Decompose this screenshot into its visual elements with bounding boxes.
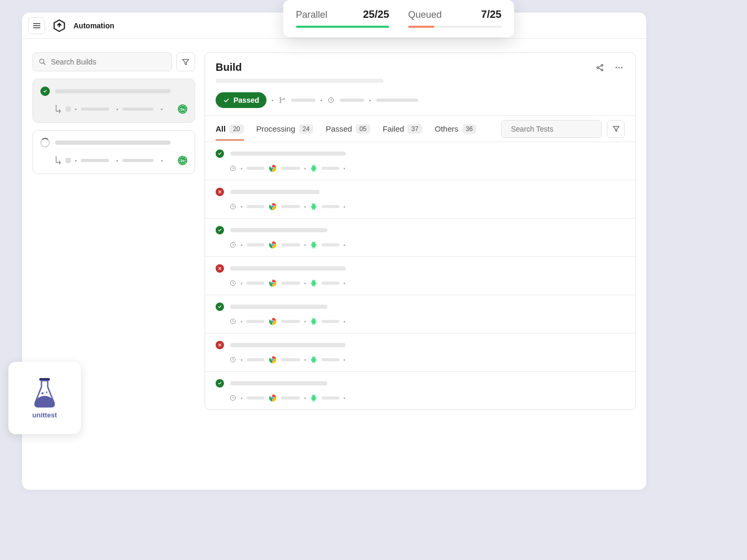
tab-all[interactable]: All20 bbox=[216, 118, 244, 140]
status-fail-icon bbox=[216, 341, 224, 349]
build-meta: Passed bbox=[216, 92, 625, 108]
tab-label: Others bbox=[435, 124, 458, 133]
test-row[interactable] bbox=[205, 372, 635, 410]
chrome-icon bbox=[269, 164, 277, 173]
svg-rect-92 bbox=[313, 362, 313, 363]
svg-rect-93 bbox=[314, 362, 315, 363]
clock-icon bbox=[229, 165, 237, 172]
dots-icon bbox=[614, 63, 624, 72]
search-tests-input[interactable] bbox=[501, 120, 602, 138]
svg-point-61 bbox=[314, 281, 315, 282]
svg-rect-64 bbox=[311, 282, 312, 284]
test-row[interactable] bbox=[205, 257, 635, 295]
svg-point-74 bbox=[314, 319, 315, 320]
svg-rect-28 bbox=[314, 171, 315, 172]
check-icon bbox=[223, 97, 230, 104]
svg-line-76 bbox=[315, 318, 315, 319]
svg-rect-40 bbox=[313, 209, 313, 210]
sidebar: SeSe bbox=[33, 52, 195, 410]
tab-others[interactable]: Others36 bbox=[435, 118, 476, 140]
selenium-icon: Se bbox=[178, 156, 187, 165]
svg-point-99 bbox=[313, 396, 313, 396]
test-row[interactable] bbox=[205, 219, 635, 257]
main-panel: Build bbox=[205, 52, 636, 410]
branch-icon bbox=[279, 96, 286, 104]
queue-panel: Parallel 25/25 Queued 7/25 bbox=[283, 0, 514, 37]
svg-line-102 bbox=[315, 395, 315, 396]
tree-icon bbox=[55, 105, 61, 113]
tab-failed[interactable]: Failed37 bbox=[383, 118, 422, 140]
svg-rect-90 bbox=[311, 359, 312, 361]
status-pass-icon bbox=[40, 87, 50, 96]
svg-rect-106 bbox=[314, 401, 315, 402]
filter-tests-button[interactable] bbox=[607, 120, 625, 138]
status-pass-icon bbox=[216, 149, 224, 158]
status-pass-icon bbox=[216, 226, 224, 234]
tab-label: Processing bbox=[257, 124, 295, 133]
tab-label: All bbox=[216, 124, 226, 133]
svg-point-12 bbox=[283, 99, 284, 100]
share-icon bbox=[595, 63, 605, 72]
svg-line-5 bbox=[599, 66, 601, 67]
svg-line-50 bbox=[315, 242, 315, 243]
svg-point-4 bbox=[601, 69, 603, 70]
queue-parallel-label: Parallel bbox=[296, 9, 327, 20]
filter-icon bbox=[612, 125, 620, 133]
status-pass-icon bbox=[216, 303, 224, 311]
test-row[interactable] bbox=[205, 142, 635, 180]
android-icon bbox=[310, 202, 317, 211]
tab-processing[interactable]: Processing24 bbox=[257, 118, 314, 140]
android-icon bbox=[310, 279, 317, 287]
svg-line-6 bbox=[599, 68, 601, 69]
filter-builds-button[interactable] bbox=[176, 52, 195, 71]
test-row[interactable] bbox=[205, 333, 635, 372]
svg-rect-41 bbox=[314, 209, 315, 210]
build-card[interactable]: Se bbox=[33, 79, 195, 123]
queue-queued-value: 7/25 bbox=[481, 8, 501, 20]
svg-line-23 bbox=[312, 165, 313, 166]
svg-line-62 bbox=[312, 280, 313, 281]
tree-icon bbox=[55, 156, 61, 165]
svg-point-86 bbox=[313, 358, 313, 358]
svg-rect-66 bbox=[313, 286, 313, 287]
svg-point-10 bbox=[280, 98, 281, 99]
test-row[interactable] bbox=[205, 180, 635, 219]
build-card[interactable]: Se bbox=[33, 130, 195, 174]
queue-parallel: Parallel 25/25 bbox=[296, 8, 389, 28]
share-button[interactable] bbox=[594, 62, 606, 73]
tab-bar: All20Processing24Passed05Failed37Others3… bbox=[205, 116, 635, 142]
flask-icon bbox=[33, 378, 56, 408]
svg-line-1 bbox=[44, 63, 45, 64]
hamburger-icon bbox=[33, 23, 40, 28]
svg-rect-104 bbox=[316, 397, 316, 399]
svg-rect-105 bbox=[313, 401, 313, 402]
tab-count: 20 bbox=[229, 124, 243, 134]
chrome-icon bbox=[269, 279, 277, 287]
tab-count: 37 bbox=[408, 124, 422, 134]
svg-rect-103 bbox=[311, 397, 312, 399]
svg-rect-53 bbox=[313, 247, 313, 249]
queue-parallel-value: 25/25 bbox=[363, 8, 389, 20]
search-builds-input[interactable] bbox=[33, 52, 172, 71]
svg-point-11 bbox=[280, 102, 281, 103]
tab-label: Failed bbox=[383, 124, 404, 133]
android-icon bbox=[310, 241, 317, 249]
svg-line-75 bbox=[312, 318, 313, 319]
tab-count: 05 bbox=[356, 124, 370, 134]
more-button[interactable] bbox=[613, 62, 625, 73]
svg-rect-80 bbox=[314, 324, 315, 325]
svg-point-7 bbox=[616, 67, 617, 68]
svg-point-2 bbox=[597, 67, 599, 68]
queue-queued: Queued 7/25 bbox=[408, 8, 501, 28]
svg-point-9 bbox=[621, 67, 622, 68]
menu-button[interactable] bbox=[28, 17, 45, 34]
unittest-label: unittest bbox=[33, 411, 57, 419]
android-icon bbox=[310, 164, 317, 173]
svg-rect-54 bbox=[314, 247, 315, 249]
tab-count: 36 bbox=[462, 124, 476, 134]
chrome-icon bbox=[269, 317, 277, 326]
test-row[interactable] bbox=[205, 295, 635, 333]
status-pill: Passed bbox=[216, 92, 266, 108]
tab-passed[interactable]: Passed05 bbox=[326, 118, 370, 140]
svg-rect-67 bbox=[314, 286, 315, 287]
